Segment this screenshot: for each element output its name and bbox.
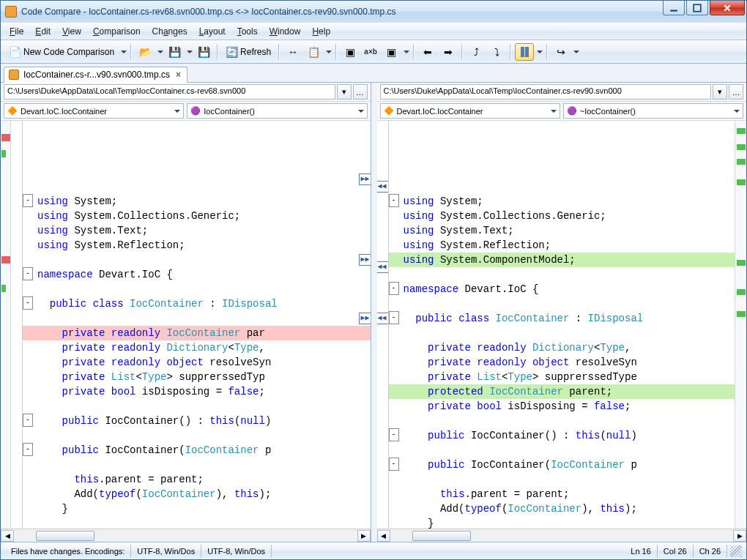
tool-button[interactable]: 📋 <box>304 43 323 61</box>
code-line[interactable] <box>23 282 371 296</box>
code-line[interactable]: using System.ComponentModel; <box>389 253 735 267</box>
code-line[interactable] <box>389 472 735 487</box>
code-line[interactable]: private List<Type> supprerssedTyp <box>23 370 371 384</box>
menu-view[interactable]: View <box>56 24 87 39</box>
scroll-thumb[interactable] <box>412 531 471 541</box>
menu-file[interactable]: File <box>4 24 29 39</box>
code-line[interactable]: this.parent = parent; <box>389 487 735 501</box>
dropdown-icon[interactable] <box>537 51 543 53</box>
sync-right-icon[interactable]: ▶▶ <box>359 173 371 185</box>
left-path-input[interactable]: C:\Users\Duke\AppData\Local\Temp\IocCont… <box>4 84 335 100</box>
code-line[interactable] <box>389 443 735 458</box>
path-dropdown-button[interactable]: ▾ <box>713 84 727 100</box>
code-line[interactable] <box>23 311 371 326</box>
minimize-button[interactable] <box>663 1 685 15</box>
browse-button[interactable]: … <box>729 84 743 100</box>
code-line[interactable] <box>389 296 735 311</box>
menu-edit[interactable]: Edit <box>29 24 56 39</box>
code-line[interactable]: this.parent = parent; <box>23 472 371 487</box>
code-line[interactable]: Add(typeof(IocContainer), this); <box>389 501 735 516</box>
dropdown-icon[interactable] <box>187 51 193 53</box>
code-line[interactable]: using System; <box>23 194 371 209</box>
code-line[interactable]: protected IocContainer parent; <box>389 384 735 399</box>
left-editor[interactable]: ▶▶ ▶▶ ▶▶ using System;using System.Colle… <box>11 121 371 529</box>
scroll-right-button[interactable]: ▶ <box>357 530 371 542</box>
char-diff-button[interactable]: a×b <box>361 43 380 61</box>
code-line[interactable]: private readonly object resolveSyn <box>389 355 735 370</box>
fold-toggle-icon[interactable] <box>389 458 399 471</box>
code-line[interactable]: using System.Collections.Generic; <box>389 209 735 223</box>
code-line[interactable] <box>23 399 371 414</box>
code-line[interactable]: private bool isDisposing = false; <box>23 384 371 399</box>
close-tab-button[interactable]: × <box>174 70 182 80</box>
next-diff-button[interactable]: ▣ <box>382 43 401 61</box>
scroll-thumb[interactable] <box>36 531 94 541</box>
code-line[interactable] <box>23 428 371 443</box>
refresh-button[interactable]: 🔄Refresh <box>222 43 275 61</box>
right-h-scrollbar[interactable]: ◀ ▶ <box>377 529 747 542</box>
fold-toggle-icon[interactable] <box>23 414 33 427</box>
right-path-input[interactable]: C:\Users\Duke\AppData\Local\Temp\IocCont… <box>380 84 712 100</box>
scroll-left-button[interactable]: ◀ <box>377 530 390 542</box>
code-line[interactable]: public IocContainer() : this(null) <box>389 428 735 443</box>
fold-toggle-icon[interactable] <box>389 194 399 207</box>
code-line[interactable] <box>23 253 371 267</box>
fold-toggle-icon[interactable] <box>23 443 33 456</box>
code-line[interactable]: private readonly Dictionary<Type, <box>389 340 735 355</box>
code-line[interactable] <box>389 326 735 340</box>
titlebar[interactable]: Code Compare - IocContainer.cs-rev68.svn… <box>1 1 746 23</box>
code-line[interactable] <box>389 414 735 428</box>
scroll-left-button[interactable]: ◀ <box>1 530 14 542</box>
dropdown-icon[interactable] <box>404 51 409 53</box>
encoding-right[interactable]: UTF-8, Win/Dos <box>201 545 272 558</box>
menu-tools[interactable]: Tools <box>231 24 264 39</box>
browse-button[interactable]: … <box>353 84 368 100</box>
fold-toggle-icon[interactable] <box>389 282 399 295</box>
code-line[interactable]: private List<Type> supprerssedType <box>389 370 735 384</box>
code-line[interactable]: public IocContainer(IocContainer p <box>389 458 735 472</box>
right-overview-ruler[interactable] <box>735 121 746 529</box>
goto-first-button[interactable]: ⤴ <box>467 43 486 61</box>
splitter[interactable] <box>371 83 377 542</box>
layout-side-button[interactable] <box>515 43 534 61</box>
copy-right-button[interactable]: ➡ <box>439 43 458 61</box>
code-line[interactable]: using System.Reflection; <box>389 238 735 253</box>
code-line[interactable] <box>23 516 371 529</box>
maximize-button[interactable] <box>686 1 708 15</box>
left-diff-ruler[interactable] <box>1 121 11 529</box>
code-line[interactable]: using System.Collections.Generic; <box>23 209 371 223</box>
resize-grip-icon[interactable] <box>730 545 742 557</box>
menu-help[interactable]: Help <box>306 24 336 39</box>
right-member-combo[interactable]: 🟣 ~IocContainer() <box>563 103 743 119</box>
right-editor[interactable]: ◀◀ ◀◀ ◀◀ using System;using System.Colle… <box>377 121 735 529</box>
code-line[interactable]: } <box>23 501 371 516</box>
copy-left-button[interactable]: ⬅ <box>418 43 437 61</box>
right-class-combo[interactable]: 🔶 Devart.IoC.IocContainer <box>380 103 560 119</box>
path-dropdown-button[interactable]: ▾ <box>337 84 352 100</box>
code-line[interactable]: private readonly IocContainer par <box>23 326 371 340</box>
goto-last-button[interactable]: ⤵ <box>487 43 506 61</box>
dropdown-icon[interactable] <box>157 51 163 53</box>
code-line[interactable]: namespace Devart.IoC { <box>23 267 371 282</box>
left-class-combo[interactable]: 🔶 Devart.IoC.IocContainer <box>4 103 184 119</box>
code-line[interactable]: using System.Text; <box>389 223 735 238</box>
code-line[interactable] <box>23 458 371 472</box>
code-line[interactable]: public IocContainer(IocContainer p <box>23 443 371 458</box>
encoding-left[interactable]: UTF-8, Win/Dos <box>131 545 201 558</box>
code-line[interactable]: using System; <box>389 194 735 209</box>
goto-button[interactable]: ↪ <box>551 43 571 61</box>
code-line[interactable]: Add(typeof(IocContainer), this); <box>23 487 371 501</box>
menu-window[interactable]: Window <box>264 24 307 39</box>
dropdown-icon[interactable] <box>121 51 127 53</box>
code-line[interactable]: using System.Text; <box>23 223 371 238</box>
swap-button[interactable]: ↔ <box>283 43 302 61</box>
menu-layout[interactable]: Layout <box>193 24 231 39</box>
open-button[interactable]: 📂 <box>135 43 155 61</box>
scroll-right-button[interactable]: ▶ <box>733 530 746 542</box>
code-line[interactable]: public class IocContainer : IDisposal <box>23 296 371 311</box>
save-all-button[interactable]: 💾 <box>194 43 213 61</box>
fold-toggle-icon[interactable] <box>389 311 399 324</box>
left-h-scrollbar[interactable]: ◀ ▶ <box>1 529 371 542</box>
code-line[interactable]: private readonly object resolveSyn <box>23 355 371 370</box>
new-comparison-button[interactable]: 📄New Code Comparison <box>5 43 118 61</box>
